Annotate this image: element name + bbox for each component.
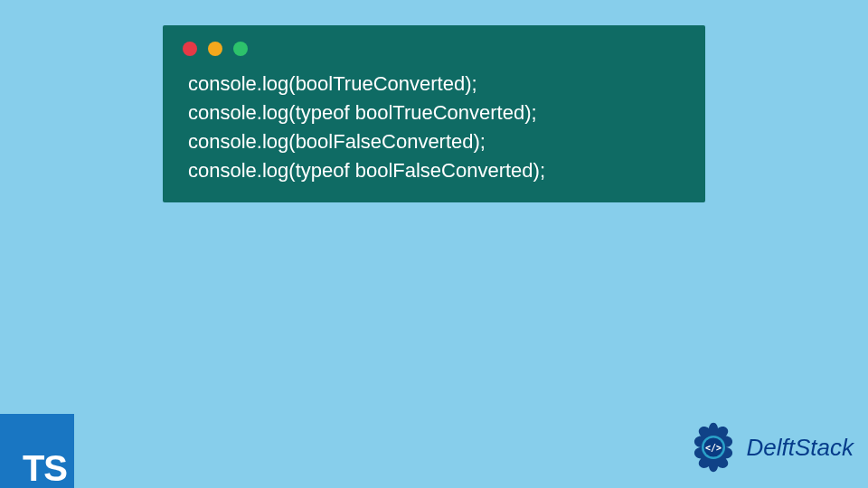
code-glyph-icon: </> xyxy=(705,443,722,453)
code-window: console.log(boolTrueConverted); console.… xyxy=(163,25,705,202)
code-block: console.log(boolTrueConverted); console.… xyxy=(183,72,685,183)
code-line: console.log(typeof boolTrueConverted); xyxy=(188,101,685,125)
code-line: console.log(boolFalseConverted); xyxy=(188,130,685,154)
delftstack-brand: </> DelftStack xyxy=(685,419,854,475)
typescript-label: TS xyxy=(23,450,67,486)
traffic-lights xyxy=(183,42,685,56)
code-line: console.log(typeof boolFalseConverted); xyxy=(188,159,685,183)
maximize-icon xyxy=(233,42,248,56)
close-icon xyxy=(183,42,197,56)
delftstack-logo-icon: </> xyxy=(685,419,741,475)
minimize-icon xyxy=(208,42,222,56)
typescript-badge: TS xyxy=(0,414,74,488)
brand-name: DelftStack xyxy=(747,434,854,462)
code-line: console.log(boolTrueConverted); xyxy=(188,72,685,96)
